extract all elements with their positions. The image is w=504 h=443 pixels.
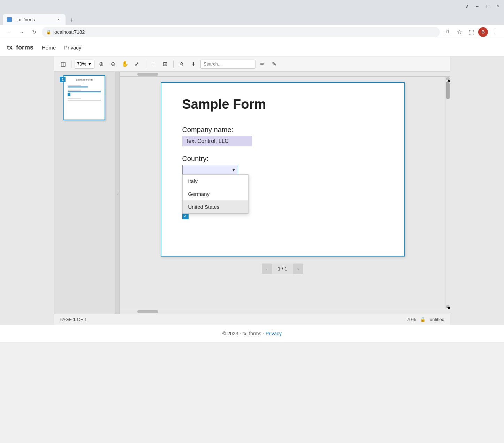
zoom-selector[interactable]: 70% ▼	[75, 60, 94, 69]
country-dropdown-menu: Italy Germany United States	[182, 174, 249, 214]
scroll-up-btn[interactable]: ▲	[446, 77, 450, 80]
statusbar-zoom: 70%	[407, 317, 416, 322]
share-button[interactable]: ⎙	[443, 27, 452, 37]
grid-view-button[interactable]: ⊞	[160, 59, 170, 69]
zoom-in-button[interactable]: ⊕	[97, 59, 106, 69]
country-label: Country:	[182, 155, 383, 163]
pan-button[interactable]: ✋	[120, 59, 130, 69]
sidebar-toggle-toolbar-button[interactable]: ◫	[58, 59, 68, 69]
toolbar-separator-1	[71, 61, 71, 68]
horizontal-scroll-thumb	[137, 73, 158, 76]
lock-icon: 🔒	[46, 30, 51, 35]
vertical-scrollbar[interactable]: ▲ ▼	[445, 77, 450, 309]
pen-button[interactable]: ✏	[258, 59, 267, 69]
fit-page-button[interactable]: ⤢	[132, 59, 142, 69]
pdf-document-wrap: Sample Form Company name: Country:	[120, 77, 445, 309]
thumbnail-content	[66, 83, 102, 117]
thumbnail-page-label: Sample Form	[66, 78, 102, 81]
dropdown-item-germany[interactable]: Germany	[183, 188, 248, 200]
country-group: Country: Italy Germany United States ▼	[182, 155, 383, 175]
statusbar-right: 70% 🔒 untitled	[407, 317, 444, 322]
thumb-line-3	[68, 90, 81, 91]
statusbar-page-suffix: OF 1	[77, 317, 87, 322]
panel-resize-handle[interactable]: ⋮	[115, 72, 120, 314]
document-scroll-area: Sample Form Company name: Country:	[120, 77, 450, 309]
search-input[interactable]	[204, 61, 252, 67]
next-page-button[interactable]: ›	[293, 263, 303, 274]
address-bar[interactable]: 🔒 localhost:7182	[42, 27, 440, 37]
page-nav-text: 1 / 1	[272, 263, 293, 274]
dropdown-icon[interactable]: ∨	[464, 3, 470, 9]
taxable-checkbox[interactable]	[182, 213, 189, 219]
scroll-track	[445, 100, 450, 305]
toolbar-separator-3	[173, 61, 174, 68]
thumb-line-1	[68, 85, 81, 86]
browser-addressbar: ← → ↻ 🔒 localhost:7182 ⎙ ☆ ⬚ B ⋮	[0, 25, 504, 39]
dropdown-item-us[interactable]: United States	[183, 200, 248, 213]
zoom-value: 70%	[77, 61, 86, 67]
footer-privacy-link[interactable]: Privacy	[266, 331, 282, 336]
pdf-document-scroll: Sample Form Company name: Country:	[125, 82, 440, 277]
download-button[interactable]: ⬇	[189, 59, 198, 69]
form-title: Sample Form	[182, 97, 383, 112]
address-text: localhost:7182	[53, 29, 436, 35]
browser-tabbar: - tx_forms × +	[0, 13, 504, 25]
prev-page-button[interactable]: ‹	[262, 263, 272, 274]
app-nav: tx_forms Home Privacy	[0, 39, 504, 56]
thumbnail-page-badge: 1	[60, 77, 66, 82]
forward-button[interactable]: →	[17, 27, 26, 37]
menu-button[interactable]: ⋮	[490, 27, 500, 37]
browser-titlebar: ∨ − □ ×	[0, 0, 504, 13]
scroll-down-btn[interactable]: ▼	[446, 305, 450, 308]
thumb-checkbox	[68, 93, 70, 96]
pdf-viewer: ◫ 70% ▼ ⊕ ⊖ ✋ ⤢ ≡ ⊞ 🖨 ⬇ ✏ ✎ 1 Sample For…	[0, 56, 504, 325]
statusbar-lock-icon: 🔒	[420, 317, 426, 322]
vertical-scroll-thumb	[446, 82, 450, 99]
thumbnail-page-1[interactable]: 1 Sample Form	[63, 75, 105, 120]
tab-favicon	[7, 17, 12, 22]
new-tab-button[interactable]: +	[67, 15, 77, 25]
pdf-content-area: 1 Sample Form ⋮	[54, 72, 450, 314]
print-button[interactable]: 🖨	[177, 59, 186, 69]
browser-actions: ⎙ ☆ ⬚ B ⋮	[443, 27, 500, 37]
search-box[interactable]	[200, 60, 255, 69]
pdf-main-area: Sample Form Company name: Country:	[120, 72, 450, 314]
country-select[interactable]: Italy Germany United States	[182, 165, 238, 175]
pdf-statusbar: PAGE 1 OF 1 70% 🔒 untitled	[54, 314, 450, 325]
pdf-toolbar: ◫ 70% ▼ ⊕ ⊖ ✋ ⤢ ≡ ⊞ 🖨 ⬇ ✏ ✎	[54, 56, 450, 72]
horizontal-scrollbar[interactable]	[120, 72, 450, 77]
tab-close-button[interactable]: ×	[56, 17, 61, 22]
statusbar-page-info: PAGE 1 OF 1	[60, 317, 407, 322]
page-navigation: ‹ 1 / 1 ›	[262, 263, 303, 274]
country-select-wrap[interactable]: Italy Germany United States ▼	[182, 165, 238, 175]
bookmark-button[interactable]: ☆	[455, 27, 464, 37]
nav-home-link[interactable]: Home	[42, 45, 56, 51]
sidebar-toggle-button[interactable]: ⬚	[466, 27, 476, 37]
close-window-button[interactable]: ×	[495, 3, 501, 9]
titlebar-controls: ∨ − □ ×	[464, 3, 501, 9]
statusbar-page-number: 1	[73, 317, 76, 322]
single-page-button[interactable]: ≡	[148, 59, 158, 69]
zoom-out-button[interactable]: ⊖	[108, 59, 118, 69]
bottom-horizontal-scrollbar[interactable]	[120, 309, 450, 314]
bottom-scroll-thumb	[137, 310, 158, 313]
back-button[interactable]: ←	[4, 27, 14, 37]
thumb-line-6	[68, 100, 101, 101]
company-name-label: Company name:	[182, 126, 383, 134]
app-brand: tx_forms	[7, 44, 33, 51]
reload-button[interactable]: ↻	[29, 27, 39, 37]
nav-privacy-link[interactable]: Privacy	[64, 45, 81, 51]
maximize-button[interactable]: □	[484, 3, 491, 9]
browser-tab[interactable]: - tx_forms ×	[3, 14, 66, 25]
dropdown-item-italy[interactable]: Italy	[183, 175, 248, 188]
edit-button[interactable]: ✎	[269, 59, 279, 69]
user-avatar[interactable]: B	[478, 27, 488, 37]
toolbar-separator-2	[145, 61, 145, 68]
minimize-button[interactable]: −	[474, 3, 480, 9]
statusbar-page-label: PAGE	[60, 317, 73, 322]
zoom-dropdown-icon: ▼	[87, 61, 92, 67]
checkbox-wrap	[182, 213, 383, 219]
company-name-input[interactable]	[182, 136, 252, 146]
statusbar-filename: untitled	[430, 317, 444, 322]
thumb-line-5	[68, 98, 81, 99]
